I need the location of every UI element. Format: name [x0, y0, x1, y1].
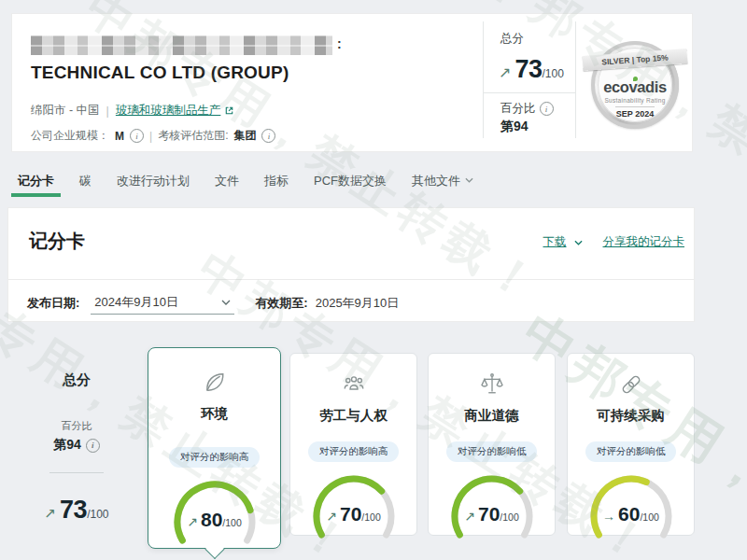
category-card-1[interactable]: 劳工与人权对评分的影响高↗70/100 — [289, 353, 417, 536]
company-location-row: 绵阳市 - 中国 | 玻璃和玻璃制品生产 — [31, 103, 234, 119]
overall-score-column: 总分 ↗ 73 /100 百分比 i 第94 — [484, 14, 575, 151]
separator: | — [106, 105, 109, 118]
category-title: 劳工与人权 — [319, 407, 388, 425]
overall-score-label: 总分 — [500, 31, 524, 47]
category-card-2[interactable]: 商业道德对评分的影响低↗70/100 — [428, 353, 556, 536]
summary-title: 总分 — [28, 371, 125, 389]
company-name: TECHNICAL CO LTD (GROUP) — [31, 63, 289, 83]
impact-badge: 对评分的影响高 — [308, 441, 400, 462]
publish-date-value: 2024年9月10日 — [94, 294, 178, 311]
tab-label: 碳 — [79, 173, 92, 189]
share-scorecard-link[interactable]: 分享我的记分卡 — [603, 234, 685, 250]
company-size-info-icon[interactable]: i — [130, 129, 144, 143]
score-gauge: ↗70/100 — [440, 471, 544, 540]
divider — [49, 472, 104, 473]
summary-percentile-value-row: 第94 i — [28, 437, 125, 454]
scorecard-panel: 记分卡 下载 分享我的记分卡 发布日期: 2024年9月10日 有效期至: 20… — [7, 207, 695, 322]
medal-date: SEP 2024 — [616, 109, 654, 119]
category-score: ↗70/100 — [440, 503, 544, 525]
category-card-0[interactable]: 环境对评分的影响高↗80/100 — [148, 347, 281, 549]
tab-1[interactable]: 碳 — [73, 173, 98, 193]
trend-up-icon: ↗ — [45, 505, 57, 522]
percentile-info-icon[interactable]: i — [540, 102, 554, 116]
chain-link-icon — [617, 371, 645, 399]
scorecard-title: 记分卡 — [29, 229, 85, 254]
score-value: 70 — [340, 503, 361, 525]
divider — [575, 21, 576, 138]
tab-2[interactable]: 改进行动计划 — [110, 173, 196, 193]
score-denominator: /100 — [222, 517, 241, 528]
company-location: 绵阳市 - 中国 — [31, 103, 100, 119]
category-card-3[interactable]: 可持续采购对评分的影响低→60/100 — [567, 353, 695, 536]
score-value: 70 — [478, 503, 500, 525]
chevron-down-icon — [465, 177, 473, 183]
trend-icon: ↗ — [187, 514, 198, 529]
tab-6[interactable]: 其他文件 — [405, 173, 480, 193]
chevron-down-icon — [574, 240, 583, 245]
percentile-label: 百分比 — [500, 101, 536, 117]
score-value: 80 — [201, 509, 222, 531]
impact-badge: 对评分的影响低 — [585, 441, 677, 462]
summary-score-value: 73 — [60, 496, 87, 525]
trend-icon: → — [602, 509, 615, 524]
tab-3[interactable]: 文件 — [208, 173, 246, 193]
summary-score-denominator: /100 — [87, 508, 108, 521]
assessment-scope-info-icon[interactable]: i — [261, 129, 275, 143]
score-denominator: /100 — [640, 511, 658, 523]
trend-icon: ↗ — [464, 509, 475, 524]
ecovadis-medal-badge: ecovadis Sustainability Rating SEP 2024 … — [591, 41, 679, 129]
divider — [615, 106, 655, 107]
scorecard-actions: 下载 分享我的记分卡 — [543, 234, 685, 250]
tab-label: PCF数据交换 — [314, 173, 387, 189]
overall-score: ↗ 73 /100 — [499, 55, 564, 84]
ecovadis-leaf-icon — [633, 77, 638, 81]
trend-icon: ↗ — [326, 509, 337, 524]
assessment-scope-label: 考核评估范围: — [158, 128, 228, 144]
leaf-icon — [201, 369, 229, 397]
redacted-company-name — [31, 35, 332, 55]
tab-4[interactable]: 指标 — [258, 173, 295, 193]
tab-0[interactable]: 记分卡 — [11, 173, 61, 197]
valid-until-label: 有效期至: — [255, 295, 307, 312]
company-info-row: 公司企业规模： M i | 考核评估范围: 集团 i — [31, 128, 275, 144]
medal-subtitle: Sustainability Rating — [604, 97, 665, 104]
category-title: 商业道德 — [465, 407, 519, 425]
impact-badge: 对评分的影响高 — [169, 447, 261, 468]
download-label: 下载 — [543, 234, 567, 250]
overall-summary: 总分 百分比 第94 i ↗ 73 /100 — [28, 371, 125, 525]
publish-date-label: 发布日期: — [27, 295, 79, 312]
people-icon — [340, 371, 368, 399]
scales-icon — [478, 371, 506, 399]
tab-label: 改进行动计划 — [117, 173, 190, 189]
date-row: 发布日期: 2024年9月10日 有效期至: 2025年9月10日 — [27, 292, 399, 315]
summary-percentile-label: 百分比 — [28, 419, 125, 433]
company-header-card: : TECHNICAL CO LTD (GROUP) 绵阳市 - 中国 | 玻璃… — [11, 13, 693, 152]
score-value: 60 — [618, 503, 640, 525]
divider — [8, 279, 694, 280]
ecovadis-logo: ecovadis — [603, 78, 666, 96]
tab-label: 文件 — [215, 173, 239, 189]
separator: | — [149, 130, 152, 143]
company-size-value: M — [115, 130, 124, 143]
score-denominator: /100 — [361, 511, 380, 523]
category-score: →60/100 — [579, 503, 684, 525]
percentile-label-row: 百分比 i — [500, 101, 554, 117]
tab-bar: 记分卡碳改进行动计划文件指标PCF数据交换其他文件 — [11, 173, 480, 197]
external-link-icon — [224, 105, 234, 116]
tab-label: 指标 — [264, 173, 289, 189]
tab-label: 记分卡 — [18, 173, 54, 189]
publish-date-select[interactable]: 2024年9月10日 — [91, 292, 234, 315]
download-button[interactable]: 下载 — [543, 234, 583, 250]
overall-score-value: 73 — [514, 55, 542, 84]
redacted-name-suffix: : — [337, 36, 342, 51]
score-gauge: ↗80/100 — [162, 477, 267, 546]
overall-score-denominator: /100 — [542, 67, 563, 80]
industry-link[interactable]: 玻璃和玻璃制品生产 — [116, 103, 235, 119]
score-gauge: →60/100 — [579, 471, 684, 540]
score-gauge: ↗70/100 — [302, 471, 406, 540]
tab-5[interactable]: PCF数据交换 — [307, 173, 393, 193]
summary-percentile-info-icon[interactable]: i — [86, 439, 100, 453]
summary-percentile-value: 第94 — [53, 437, 81, 454]
category-score: ↗80/100 — [162, 509, 267, 531]
tab-label: 其他文件 — [412, 173, 460, 189]
